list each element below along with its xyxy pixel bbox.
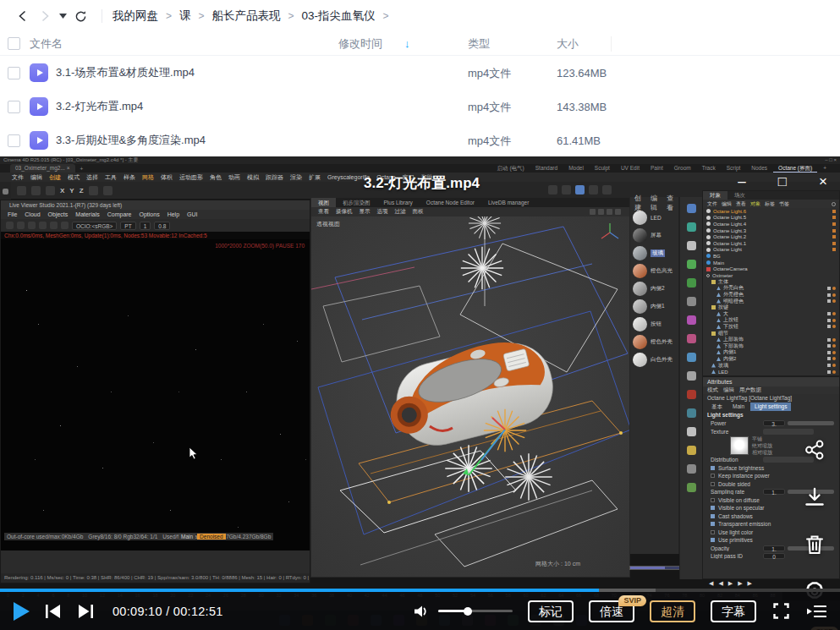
c4d-layout-tab: Paint <box>645 164 668 173</box>
nav-divider <box>102 9 102 23</box>
column-name[interactable]: 文件名 <box>30 36 63 52</box>
window-controls: – □ × <box>732 172 833 192</box>
material-item: 内侧1 <box>630 298 678 315</box>
material-swatch <box>633 264 647 278</box>
forward-icon[interactable] <box>34 5 56 27</box>
mark-button[interactable]: 标记 <box>528 600 574 622</box>
subtitle-button[interactable]: 字幕 <box>711 600 756 622</box>
material-label: 内侧2 <box>651 285 665 293</box>
object-tags <box>827 357 839 360</box>
delete-button[interactable] <box>800 530 829 559</box>
object-icon <box>716 318 721 322</box>
breadcrumb-separator: > <box>383 10 389 22</box>
c4d-menu-item: 网格 <box>142 173 154 182</box>
play-button[interactable] <box>14 602 30 621</box>
file-checkbox[interactable] <box>8 67 20 79</box>
share-button[interactable] <box>800 436 829 464</box>
breadcrumb-item[interactable]: 03-指尖血氧仪> <box>302 8 397 24</box>
file-name: 3.3-后期处理&多角度渲染.mp4 <box>56 133 206 148</box>
column-time[interactable]: 修改时间 <box>338 36 382 52</box>
previous-video-button[interactable] <box>45 604 62 619</box>
material-menu-item: 创建 <box>634 194 646 212</box>
object-manager-menu-item: 对象 <box>750 200 760 208</box>
file-checkbox[interactable] <box>8 101 20 113</box>
checkbox-icon <box>711 482 715 486</box>
viewport-tab: LiveDB manager <box>481 198 535 207</box>
material-item: 橙色高光 <box>630 262 678 280</box>
breadcrumb-separator: > <box>288 10 294 22</box>
material-swatch <box>633 211 647 225</box>
object-icon <box>711 370 716 374</box>
player-controls: 00:09:10 / 00:12:51 标记 倍速 SVIP 超清 字幕 <box>0 592 840 630</box>
file-name: 3.2-灯光布置.mp4 <box>56 99 143 114</box>
c4d-layout-tab: UV Edit <box>616 164 645 173</box>
file-row[interactable]: 3.2-灯光布置.mp4 mp4文件 143.38MB <box>0 90 840 123</box>
volume-icon[interactable] <box>413 604 430 619</box>
viewport-tab: Octane Node Editor <box>420 198 481 207</box>
material-manager: 创建编辑查看 LED 屏幕 玻璃 <box>630 197 679 554</box>
viewport-menu-item: 查看 <box>318 208 329 216</box>
viewport-tab: 视图 <box>311 198 336 207</box>
volume-slider[interactable] <box>438 610 513 612</box>
pass-tab-denoised: Denoised <box>197 534 225 540</box>
refresh-icon[interactable] <box>69 5 91 27</box>
material-item: 橙色外壳 <box>630 333 678 351</box>
material-item: 玻璃 <box>630 244 678 262</box>
viewport-3d-scene <box>311 216 629 577</box>
object-icon <box>716 325 721 329</box>
c4d-titlebar: Cinema 4D R25.015 (RC) - [03_Oximeter_mg… <box>0 156 840 164</box>
object-icon <box>716 344 721 348</box>
breadcrumb-item[interactable]: 课> <box>179 8 212 24</box>
history-dropdown-icon[interactable] <box>56 5 69 27</box>
column-size[interactable]: 大小 <box>557 37 579 50</box>
object-row: Octane Light.3 <box>703 227 839 234</box>
quality-button[interactable]: 超清 <box>650 600 695 622</box>
minimize-button[interactable]: – <box>732 172 752 192</box>
fullscreen-button[interactable] <box>773 603 789 619</box>
checkbox-icon <box>711 530 715 534</box>
file-type: mp4文件 <box>468 101 511 113</box>
select-all-checkbox[interactable] <box>8 37 20 50</box>
checkbox-icon <box>711 522 715 526</box>
viewport-menu-icons <box>590 209 621 215</box>
object-manager: 对象场次 文件编辑查看对象标签书签 Octane Light.6 <box>702 190 840 376</box>
object-tags <box>827 319 839 322</box>
video-player-window[interactable]: Cinema 4D R25.015 (RC) - [03_Oximeter_mg… <box>0 156 840 630</box>
object-tags <box>827 344 839 348</box>
setting-label: Cast shadows <box>718 513 753 519</box>
volume-knob[interactable] <box>464 607 472 616</box>
breadcrumb-item[interactable]: 我的网盘> <box>113 8 179 24</box>
playlist-toggle-button[interactable] <box>806 604 826 619</box>
file-row[interactable]: 3.3-后期处理&多角度渲染.mp4 mp4文件 61.41MB <box>0 123 840 157</box>
palette-icon <box>687 315 696 325</box>
speed-button[interactable]: 倍速 SVIP <box>589 600 634 622</box>
object-label: OctaneCamera <box>713 266 748 271</box>
file-checkbox[interactable] <box>8 134 20 147</box>
c4d-document-tabs: 03_Oximeter_mg2... × + 启动 (电气)StandardMo… <box>0 164 840 173</box>
live-viewer-menu-item: Options <box>140 211 160 217</box>
sampling-rate-value: 1. <box>763 489 785 495</box>
c4d-axis-letter: Y <box>69 187 74 194</box>
file-size: 61.41MB <box>557 134 601 147</box>
sort-desc-icon[interactable]: ↓ <box>404 37 410 50</box>
c4d-menu-item: 选择 <box>86 173 98 182</box>
breadcrumb-item[interactable]: 船长产品表现> <box>212 8 302 24</box>
next-video-button[interactable] <box>77 604 94 619</box>
c4d-layout-tab: Groom <box>669 164 696 173</box>
object-icon <box>706 248 711 252</box>
material-label: 按钮 <box>651 320 662 328</box>
object-tags <box>832 242 839 245</box>
back-icon[interactable] <box>12 5 34 27</box>
live-viewer-menu-item: GUI <box>187 211 197 217</box>
c4d-layout-tab: 启动 (电气) <box>492 164 530 173</box>
file-row[interactable]: 3.1-场景布置&材质处理.mp4 mp4文件 123.64MB <box>0 56 840 90</box>
mouse-cursor <box>189 446 199 460</box>
c4d-menu-item: 文件 <box>12 173 24 182</box>
object-icon <box>716 357 721 361</box>
close-button[interactable]: × <box>813 172 833 192</box>
attributes-title: Attributes <box>703 377 839 386</box>
maximize-button[interactable]: □ <box>772 172 793 192</box>
download-button[interactable] <box>800 483 829 512</box>
column-type[interactable]: 类型 <box>468 37 490 50</box>
breadcrumb-separator: > <box>199 10 205 22</box>
